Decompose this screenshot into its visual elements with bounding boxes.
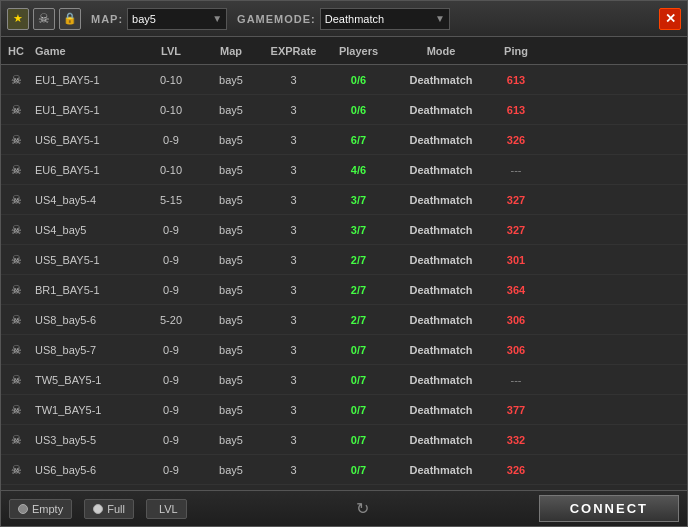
row-game: US8_bay5-7	[31, 344, 141, 356]
row-hc: ☠	[1, 343, 31, 357]
skull-icon[interactable]: ☠	[33, 8, 55, 30]
gamemode-value: Deathmatch	[325, 13, 384, 25]
row-hc: ☠	[1, 463, 31, 477]
row-mode: Deathmatch	[391, 314, 491, 326]
star-icon[interactable]: ★	[7, 8, 29, 30]
row-players: 2/7	[326, 254, 391, 266]
row-lvl: 0-10	[141, 164, 201, 176]
row-exprate: 3	[261, 74, 326, 86]
table-row[interactable]: ☠ TW1_BAY5-1 0-9 bay5 3 0/7 Deathmatch 3…	[1, 395, 687, 425]
row-ping: 377	[491, 404, 541, 416]
bottom-bar: Empty Full LVL ↻ CONNECT	[1, 490, 687, 526]
row-ping: 306	[491, 344, 541, 356]
gamemode-filter: GAMEMODE: Deathmatch ▼	[237, 8, 450, 30]
row-mode: Deathmatch	[391, 194, 491, 206]
row-game: US6_BAY5-1	[31, 134, 141, 146]
row-map: bay5	[201, 134, 261, 146]
row-lvl: 0-9	[141, 374, 201, 386]
map-filter: MAP: bay5 ▼	[91, 8, 227, 30]
row-exprate: 3	[261, 374, 326, 386]
row-game: EU1_BAY5-1	[31, 104, 141, 116]
table-row[interactable]: ☠ US6_BAY5-1 0-9 bay5 3 6/7 Deathmatch 3…	[1, 125, 687, 155]
table-row[interactable]: ☠ US5_BAY5-1 0-9 bay5 3 2/7 Deathmatch 3…	[1, 245, 687, 275]
row-game: US8_bay5-6	[31, 314, 141, 326]
lock-icon[interactable]: 🔒	[59, 8, 81, 30]
row-lvl: 0-9	[141, 254, 201, 266]
row-mode: Deathmatch	[391, 404, 491, 416]
row-exprate: 3	[261, 464, 326, 476]
map-value: bay5	[132, 13, 156, 25]
row-ping: 613	[491, 74, 541, 86]
row-hc: ☠	[1, 313, 31, 327]
row-ping: 364	[491, 284, 541, 296]
table-row[interactable]: ☠ BR1_BAY5-1 0-9 bay5 3 2/7 Deathmatch 3…	[1, 275, 687, 305]
row-ping: 326	[491, 134, 541, 146]
col-game: Game	[31, 45, 141, 57]
row-players: 0/7	[326, 374, 391, 386]
row-map: bay5	[201, 254, 261, 266]
row-exprate: 3	[261, 404, 326, 416]
connect-button[interactable]: CONNECT	[539, 495, 679, 522]
row-exprate: 3	[261, 134, 326, 146]
row-mode: Deathmatch	[391, 224, 491, 236]
row-mode: Deathmatch	[391, 374, 491, 386]
row-mode: Deathmatch	[391, 164, 491, 176]
row-game: US5_BAY5-1	[31, 254, 141, 266]
row-lvl: 5-20	[141, 314, 201, 326]
table-row[interactable]: ☠ EU1_BAY5-1 0-10 bay5 3 0/6 Deathmatch …	[1, 95, 687, 125]
row-game: EU1_BAY5-1	[31, 74, 141, 86]
row-map: bay5	[201, 224, 261, 236]
refresh-icon[interactable]: ↻	[356, 499, 369, 518]
row-lvl: 0-9	[141, 284, 201, 296]
row-game: US4_bay5	[31, 224, 141, 236]
table-row[interactable]: ☠ US4_bay5-4 5-15 bay5 3 3/7 Deathmatch …	[1, 185, 687, 215]
table-row[interactable]: ☠ US8_bay5-6 5-20 bay5 3 2/7 Deathmatch …	[1, 305, 687, 335]
table-row[interactable]: ☠ EU1_BAY5-1 0-10 bay5 3 0/6 Deathmatch …	[1, 65, 687, 95]
row-players: 0/6	[326, 74, 391, 86]
row-hc: ☠	[1, 193, 31, 207]
row-hc: ☠	[1, 283, 31, 297]
row-players: 0/7	[326, 404, 391, 416]
row-ping: ---	[491, 164, 541, 176]
row-mode: Deathmatch	[391, 74, 491, 86]
row-ping: 301	[491, 254, 541, 266]
table-row[interactable]: ☠ TW5_BAY5-1 0-9 bay5 3 0/7 Deathmatch -…	[1, 365, 687, 395]
row-ping: 306	[491, 314, 541, 326]
lvl-filter-button[interactable]: LVL	[146, 499, 187, 519]
map-dropdown-arrow: ▼	[212, 13, 222, 24]
row-lvl: 5-15	[141, 194, 201, 206]
row-hc: ☠	[1, 223, 31, 237]
table-row[interactable]: ☠ US3_bay5-5 0-9 bay5 3 0/7 Deathmatch 3…	[1, 425, 687, 455]
col-exprate: EXPRate	[261, 45, 326, 57]
row-players: 2/7	[326, 314, 391, 326]
row-map: bay5	[201, 104, 261, 116]
row-mode: Deathmatch	[391, 464, 491, 476]
row-exprate: 3	[261, 104, 326, 116]
row-hc: ☠	[1, 403, 31, 417]
table-row[interactable]: ☠ US6_bay5-6 0-9 bay5 3 0/7 Deathmatch 3…	[1, 455, 687, 485]
row-mode: Deathmatch	[391, 254, 491, 266]
row-hc: ☠	[1, 253, 31, 267]
table-row[interactable]: ☠ US4_bay5 0-9 bay5 3 3/7 Deathmatch 327	[1, 215, 687, 245]
table-row[interactable]: ☠ EU6_BAY5-1 0-10 bay5 3 4/6 Deathmatch …	[1, 155, 687, 185]
gamemode-select[interactable]: Deathmatch ▼	[320, 8, 450, 30]
row-mode: Deathmatch	[391, 134, 491, 146]
row-lvl: 0-9	[141, 434, 201, 446]
row-players: 2/7	[326, 284, 391, 296]
close-button[interactable]: ✕	[659, 8, 681, 30]
table-row[interactable]: ☠ US8_bay5-7 0-9 bay5 3 0/7 Deathmatch 3…	[1, 335, 687, 365]
row-exprate: 3	[261, 314, 326, 326]
row-lvl: 0-9	[141, 404, 201, 416]
col-map: Map	[201, 45, 261, 57]
row-mode: Deathmatch	[391, 344, 491, 356]
map-select[interactable]: bay5 ▼	[127, 8, 227, 30]
empty-filter-button[interactable]: Empty	[9, 499, 72, 519]
full-filter-button[interactable]: Full	[84, 499, 134, 519]
row-lvl: 0-9	[141, 464, 201, 476]
row-hc: ☠	[1, 373, 31, 387]
row-players: 3/7	[326, 194, 391, 206]
row-hc: ☠	[1, 73, 31, 87]
row-lvl: 0-9	[141, 224, 201, 236]
gamemode-dropdown-arrow: ▼	[435, 13, 445, 24]
row-mode: Deathmatch	[391, 104, 491, 116]
